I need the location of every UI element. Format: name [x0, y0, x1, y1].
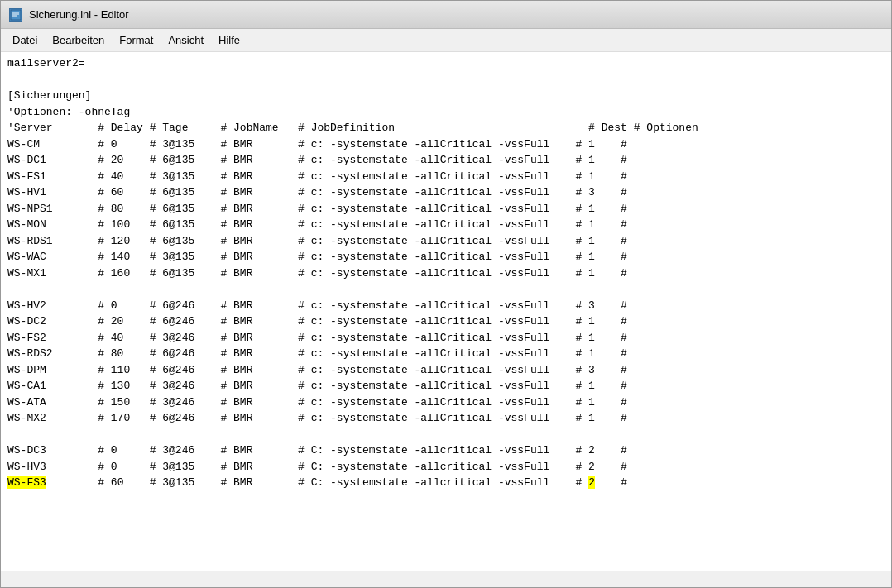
menu-hilfe[interactable]: Hilfe	[212, 31, 247, 49]
editor-line: WS-MON # 100 # 6@135 # BMR # c: -systems…	[7, 217, 885, 233]
title-bar: Sicherung.ini - Editor	[1, 1, 891, 29]
editor-line: WS-ATA # 150 # 3@246 # BMR # c: -systems…	[7, 394, 885, 411]
menu-bar: Datei Bearbeiten Format Ansicht Hilfe	[1, 29, 891, 52]
editor-line: WS-DC3 # 0 # 3@246 # BMR # C: -systemsta…	[7, 442, 885, 459]
menu-format[interactable]: Format	[113, 31, 160, 49]
editor-line: 'Server # Delay # Tage # JobName # JobDe…	[7, 120, 885, 136]
editor-line: [Sicherungen]	[7, 88, 885, 104]
editor-content[interactable]: mailserver2= [Sicherungen]'Optionen: -oh…	[1, 52, 891, 571]
editor-line: 'Optionen: -ohneTag	[7, 104, 885, 121]
editor-line: WS-CM # 0 # 3@135 # BMR # c: -systemstat…	[7, 136, 885, 153]
editor-line: WS-FS3 # 60 # 3@135 # BMR # C: -systemst…	[7, 475, 885, 491]
editor-line: WS-MX2 # 170 # 6@246 # BMR # c: -systems…	[7, 410, 885, 427]
highlighted-number: 2	[588, 476, 595, 489]
window-title: Sicherung.ini - Editor	[29, 8, 129, 21]
status-bar	[1, 571, 891, 587]
menu-ansicht[interactable]: Ansicht	[161, 31, 210, 49]
editor-line	[7, 72, 885, 88]
editor-line: mailserver2=	[7, 55, 885, 72]
editor-line: WS-NPS1 # 80 # 6@135 # BMR # c: -systems…	[7, 201, 885, 218]
editor-line: WS-HV2 # 0 # 6@246 # BMR # c: -systemsta…	[7, 298, 885, 314]
editor-line: WS-FS1 # 40 # 3@135 # BMR # c: -systemst…	[7, 169, 885, 185]
menu-bearbeiten[interactable]: Bearbeiten	[46, 31, 111, 49]
editor-line: WS-WAC # 140 # 3@135 # BMR # c: -systems…	[7, 249, 885, 265]
editor-line	[7, 281, 885, 298]
svg-rect-0	[11, 10, 21, 20]
app-icon	[9, 8, 22, 22]
editor-line: WS-HV3 # 0 # 3@135 # BMR # C: -systemsta…	[7, 459, 885, 476]
highlighted-text: WS-FS3	[7, 476, 46, 489]
main-window: Sicherung.ini - Editor Datei Bearbeiten …	[0, 0, 892, 588]
editor-line: WS-FS2 # 40 # 3@246 # BMR # c: -systemst…	[7, 330, 885, 347]
editor-line: WS-DPM # 110 # 6@246 # BMR # c: -systems…	[7, 362, 885, 379]
menu-datei[interactable]: Datei	[6, 31, 44, 49]
editor-line: WS-RDS2 # 80 # 6@246 # BMR # c: -systems…	[7, 346, 885, 362]
editor-line: WS-CA1 # 130 # 3@246 # BMR # c: -systems…	[7, 378, 885, 394]
editor-line: WS-RDS1 # 120 # 6@135 # BMR # c: -system…	[7, 233, 885, 250]
editor-line: WS-MX1 # 160 # 6@135 # BMR # c: -systems…	[7, 265, 885, 282]
editor-line: WS-HV1 # 60 # 6@135 # BMR # c: -systemst…	[7, 184, 885, 201]
editor-line	[7, 427, 885, 443]
editor-line: WS-DC1 # 20 # 6@135 # BMR # c: -systemst…	[7, 152, 885, 169]
editor-line: WS-DC2 # 20 # 6@246 # BMR # c: -systemst…	[7, 313, 885, 330]
